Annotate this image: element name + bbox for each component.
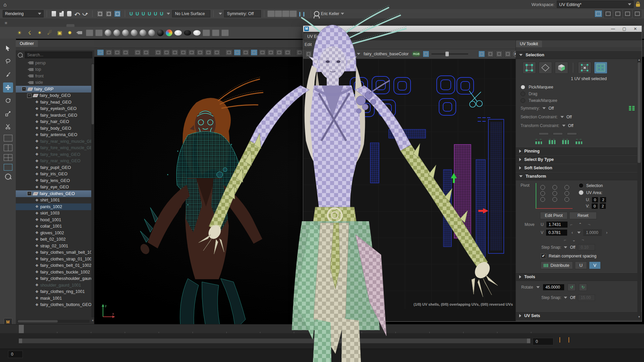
rotate-ccw-icon[interactable]: ↺ bbox=[568, 284, 576, 291]
outliner-row[interactable]: − ❖ fairy_eyelash_GEO bbox=[16, 106, 94, 112]
uv-toolkit-tab[interactable]: UV Toolkit bbox=[516, 40, 642, 47]
outliner-row[interactable]: − ❖ fairy_lens_GEO bbox=[16, 177, 94, 184]
render-settings-icon[interactable] bbox=[282, 10, 289, 17]
safe-title-icon[interactable] bbox=[213, 49, 220, 56]
outliner-row[interactable]: − ❖ fairy_GRP bbox=[16, 86, 94, 93]
collapse-icon[interactable]: − bbox=[27, 191, 32, 196]
vertex-mode-icon[interactable] bbox=[523, 62, 536, 74]
outliner-row[interactable]: − ❖ fairy_body_GEO bbox=[16, 125, 94, 132]
layered-shader-icon[interactable] bbox=[148, 29, 155, 36]
uv-persp-layout-icon[interactable] bbox=[4, 164, 12, 171]
shelf-tab[interactable] bbox=[26, 24, 34, 27]
move-step-field[interactable]: 1.0000 bbox=[583, 229, 602, 236]
image-display-icon[interactable] bbox=[340, 51, 347, 57]
uv-sets-section-header[interactable]: UV Sets bbox=[516, 311, 642, 320]
v-min-field[interactable]: 0 bbox=[592, 203, 598, 209]
symmetry-value[interactable]: Off bbox=[548, 106, 554, 111]
edge-mode-icon[interactable] bbox=[539, 62, 552, 74]
shelf-tab[interactable] bbox=[83, 24, 91, 27]
shelf-tab[interactable] bbox=[91, 24, 99, 27]
u-max-field[interactable]: 2 bbox=[600, 197, 606, 202]
select-by-hierarchy-icon[interactable] bbox=[97, 10, 103, 17]
scroll-down-icon[interactable]: ▼ bbox=[91, 319, 94, 322]
snap-to-view-plane-icon[interactable]: U bbox=[154, 11, 157, 16]
shelf-tab[interactable] bbox=[74, 24, 83, 27]
lock-camera-icon[interactable] bbox=[105, 49, 112, 56]
soft-selection-section-header[interactable]: Soft Selection bbox=[516, 164, 642, 172]
bookmark-icon[interactable] bbox=[122, 49, 129, 56]
motion-blur-icon[interactable] bbox=[276, 49, 283, 56]
cut-uv-tool-icon[interactable] bbox=[3, 122, 13, 132]
pivot-radio[interactable] bbox=[540, 197, 545, 202]
camera-icon[interactable] bbox=[76, 29, 84, 37]
outliner-row[interactable]: − ❖ gloves_1002 bbox=[16, 230, 94, 236]
texture-borders-icon[interactable] bbox=[496, 51, 502, 57]
black-hole-shader-icon[interactable] bbox=[184, 30, 191, 36]
move-up-right-icon[interactable]: ¬ bbox=[588, 222, 590, 227]
outliner-vertical-scrollbar[interactable]: ▼ bbox=[91, 63, 94, 317]
ambient-light-icon[interactable]: ☀ bbox=[15, 29, 23, 37]
shelf-menu-icon[interactable]: ≡ bbox=[5, 20, 7, 25]
close-icon[interactable]: ✕ bbox=[634, 26, 637, 31]
minimize-icon[interactable]: — bbox=[611, 26, 615, 31]
shadow-matte-icon[interactable] bbox=[157, 29, 164, 36]
shelf-tab[interactable] bbox=[99, 24, 107, 27]
shaded-mode-icon[interactable] bbox=[234, 49, 241, 56]
collapse-icon[interactable]: − bbox=[27, 94, 32, 98]
attribute-editor-toggle-icon[interactable] bbox=[594, 10, 602, 17]
selection-mode-radio[interactable]: Pick/Marquee bbox=[516, 84, 642, 90]
scroll-down-icon[interactable]: ▼ bbox=[637, 315, 641, 318]
use-all-lights-icon[interactable] bbox=[251, 49, 258, 56]
shelf-tab[interactable] bbox=[18, 24, 26, 27]
shelf-tab[interactable] bbox=[50, 24, 58, 27]
move-down-icon[interactable]: ⌄ bbox=[569, 238, 579, 242]
shrink-selection-icon[interactable]: → ← bbox=[534, 138, 543, 144]
outliner-row[interactable]: − ❖ strap_02_1001 bbox=[16, 243, 94, 249]
safe-action-icon[interactable] bbox=[205, 49, 212, 56]
maximize-icon[interactable]: ▢ bbox=[623, 26, 626, 31]
outliner-row[interactable]: − ❖ pants_1002 bbox=[16, 203, 94, 210]
uv-distortion-icon[interactable] bbox=[331, 51, 338, 57]
display-layers-icon[interactable] bbox=[289, 10, 297, 17]
grow-selection-icon[interactable]: → ← bbox=[548, 138, 556, 144]
shelf-tab[interactable] bbox=[34, 24, 42, 27]
pixel-snap-icon[interactable] bbox=[478, 51, 485, 57]
wireframe-mode-icon[interactable] bbox=[225, 49, 232, 56]
screen-space-ao-icon[interactable] bbox=[267, 49, 274, 56]
home-icon[interactable]: ⌂ bbox=[0, 2, 10, 7]
shelf-tab[interactable] bbox=[115, 24, 123, 27]
volume-light-icon[interactable]: ✸ bbox=[66, 29, 74, 37]
range-start-field[interactable]: 0 bbox=[8, 351, 23, 358]
lasso-tool-icon[interactable] bbox=[3, 56, 13, 66]
playback-range-bar[interactable] bbox=[19, 339, 530, 343]
outliner-row[interactable]: − ❖ belt_02_1002 bbox=[16, 236, 94, 243]
uv-coordinates-icon[interactable] bbox=[504, 51, 511, 57]
hypershade-icon[interactable] bbox=[203, 29, 210, 36]
pinning-section-header[interactable]: Pinning bbox=[516, 147, 642, 155]
grease-pencil-icon[interactable] bbox=[155, 49, 162, 56]
undo-icon[interactable]: ⤺ bbox=[74, 11, 80, 17]
layer-editor-toggle-icon[interactable] bbox=[624, 10, 632, 17]
distribute-button[interactable]: Distribute bbox=[541, 261, 573, 269]
redo-icon[interactable]: ⤻ bbox=[83, 11, 88, 17]
select-by-type-section-header[interactable]: Select By Type bbox=[516, 155, 642, 164]
selection-mode-radio[interactable]: Tweak/Marquee bbox=[516, 97, 642, 104]
render-view-icon[interactable] bbox=[212, 29, 219, 36]
selection-section-header[interactable]: Selection bbox=[516, 51, 642, 59]
outliner-row[interactable]: − ❖ fairy_body_GEO bbox=[16, 93, 94, 99]
image-dim-slider[interactable] bbox=[431, 53, 468, 55]
image-plane-icon[interactable] bbox=[134, 49, 141, 56]
isolate-select-icon[interactable] bbox=[296, 49, 303, 56]
select-by-object-icon[interactable] bbox=[105, 10, 112, 17]
shelf-tab[interactable] bbox=[66, 24, 74, 27]
chevron-down-icon[interactable] bbox=[560, 116, 564, 118]
render-icon[interactable] bbox=[267, 10, 275, 17]
outliner-row[interactable]: − ❖ shirt_1001 bbox=[16, 197, 94, 204]
symmetry-grid-icon[interactable] bbox=[629, 106, 635, 111]
tool-settings-toggle-icon[interactable] bbox=[604, 10, 612, 17]
camera-attributes-icon[interactable] bbox=[114, 49, 121, 56]
selection-action-button[interactable] bbox=[553, 132, 563, 135]
pivot-radio[interactable] bbox=[552, 185, 557, 190]
outliner-row[interactable]: − ❖ fairy_rear_wing_muscle_GEO bbox=[16, 138, 94, 145]
shelf-tab[interactable] bbox=[10, 24, 18, 27]
